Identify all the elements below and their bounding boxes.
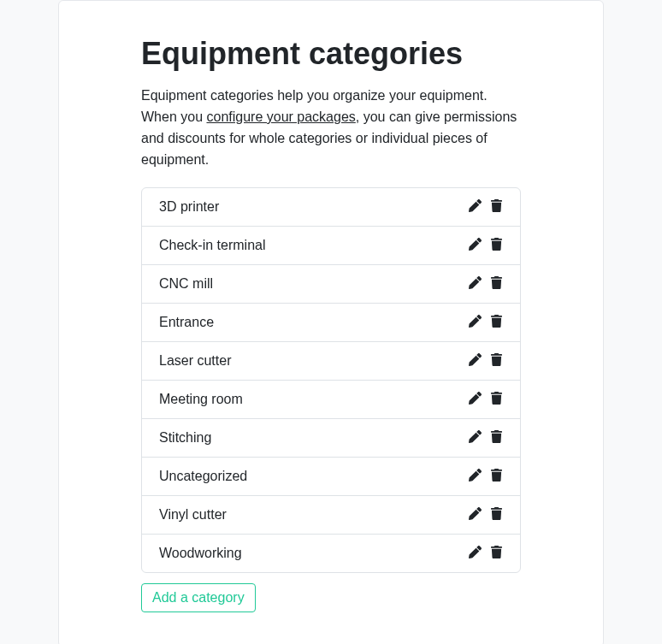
delete-button[interactable] [490,353,503,369]
description: Equipment categories help you organize y… [141,86,521,170]
category-name: Laser cutter [159,353,231,369]
list-item: CNC mill [142,265,520,304]
pencil-icon [469,238,482,253]
pencil-icon [469,430,482,446]
list-item: 3D printer [142,188,520,227]
category-name: Meeting room [159,392,243,407]
list-item: Check-in terminal [142,227,520,265]
edit-button[interactable] [469,546,482,561]
edit-button[interactable] [469,238,482,253]
categories-list: 3D printer Check-in terminal [141,187,521,573]
trash-icon [490,276,503,292]
pencil-icon [469,276,482,292]
row-actions [469,430,503,446]
trash-icon [490,238,503,253]
delete-button[interactable] [490,238,503,253]
add-category-button[interactable]: Add a category [141,583,256,612]
row-actions [469,392,503,407]
configure-packages-link[interactable]: configure your packages [206,109,355,124]
row-actions [469,238,503,253]
edit-button[interactable] [469,469,482,484]
list-item: Laser cutter [142,342,520,381]
trash-icon [490,199,503,215]
trash-icon [490,392,503,407]
row-actions [469,507,503,523]
pencil-icon [469,507,482,523]
category-name: Entrance [159,315,214,330]
trash-icon [490,315,503,330]
delete-button[interactable] [490,507,503,523]
delete-button[interactable] [490,392,503,407]
edit-button[interactable] [469,315,482,330]
list-item: Entrance [142,304,520,342]
list-item: Stitching [142,419,520,458]
trash-icon [490,430,503,446]
list-item: Woodworking [142,535,520,572]
edit-button[interactable] [469,353,482,369]
delete-button[interactable] [490,276,503,292]
edit-button[interactable] [469,392,482,407]
row-actions [469,315,503,330]
category-name: Check-in terminal [159,238,265,253]
edit-button[interactable] [469,199,482,215]
list-item: Meeting room [142,381,520,419]
row-actions [469,199,503,215]
page-title: Equipment categories [141,35,521,72]
row-actions [469,546,503,561]
list-item: Uncategorized [142,458,520,496]
category-name: 3D printer [159,199,219,215]
pencil-icon [469,199,482,215]
pencil-icon [469,353,482,369]
category-name: CNC mill [159,276,213,292]
trash-icon [490,469,503,484]
pencil-icon [469,392,482,407]
delete-button[interactable] [490,315,503,330]
delete-button[interactable] [490,469,503,484]
pencil-icon [469,315,482,330]
category-name: Stitching [159,430,211,446]
delete-button[interactable] [490,199,503,215]
edit-button[interactable] [469,430,482,446]
categories-card: Equipment categories Equipment categorie… [58,0,604,644]
row-actions [469,276,503,292]
category-name: Uncategorized [159,469,247,484]
trash-icon [490,353,503,369]
category-name: Vinyl cutter [159,507,227,523]
category-name: Woodworking [159,546,242,561]
delete-button[interactable] [490,430,503,446]
pencil-icon [469,469,482,484]
trash-icon [490,507,503,523]
row-actions [469,353,503,369]
row-actions [469,469,503,484]
pencil-icon [469,546,482,561]
trash-icon [490,546,503,561]
delete-button[interactable] [490,546,503,561]
list-item: Vinyl cutter [142,496,520,535]
edit-button[interactable] [469,507,482,523]
edit-button[interactable] [469,276,482,292]
